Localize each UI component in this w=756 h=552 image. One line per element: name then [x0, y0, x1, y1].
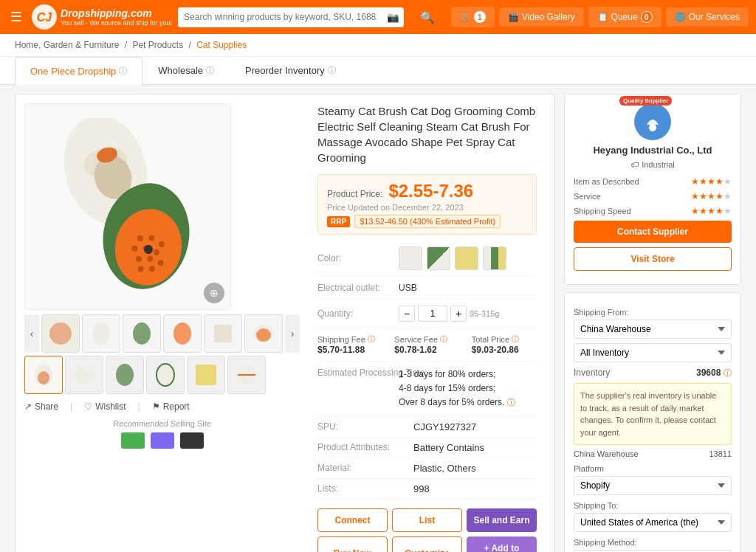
quantity-increase-button[interactable]: +: [450, 306, 467, 322]
quantity-label: Quantity:: [317, 308, 391, 319]
queue-label: Queue: [611, 12, 638, 22]
tab-one-piece-help-icon[interactable]: ⓘ: [119, 66, 127, 77]
shipping-fee-info-icon[interactable]: ⓘ: [368, 334, 375, 345]
add-to-queue-button[interactable]: + Add to Queue: [467, 537, 537, 552]
list-button[interactable]: List: [392, 508, 462, 532]
tab-one-piece[interactable]: One Piece Dropship ⓘ: [15, 57, 142, 85]
svg-point-21: [92, 322, 110, 345]
thumbnail-b4[interactable]: [146, 356, 185, 394]
svg-rect-32: [196, 365, 216, 385]
site-icon-amazon[interactable]: [180, 432, 204, 449]
thumbnail-active-1[interactable]: [24, 356, 63, 394]
thumbnail-b2[interactable]: [65, 356, 103, 394]
total-price-label: Total Price: [472, 335, 509, 344]
zoom-icon[interactable]: ⊕: [204, 283, 224, 303]
service-fee-info-icon[interactable]: ⓘ: [440, 334, 447, 345]
color-swatch-yellow[interactable]: [455, 246, 478, 270]
tag-icon: 🏷: [630, 160, 639, 169]
product-illustration: [39, 118, 216, 295]
report-button[interactable]: ⚑ Report: [152, 401, 190, 412]
logo-icon: CJ: [31, 4, 58, 30]
color-swatch-green[interactable]: [427, 246, 450, 270]
quantity-decrease-button[interactable]: −: [399, 306, 415, 322]
spu-row: SPU: CJGY1927327: [317, 417, 537, 438]
thumbnail-6[interactable]: [244, 314, 283, 353]
buy-now-button[interactable]: Buy Now: [317, 537, 388, 552]
item-described-stars: ★★★★★: [691, 176, 732, 187]
shipping-from-select[interactable]: China Warehouse: [574, 320, 732, 339]
menu-button[interactable]: ☰: [7, 6, 25, 28]
site-icon-ebay[interactable]: [151, 432, 174, 449]
service-fee: Service Fee ⓘ $0.78-1.62: [394, 334, 459, 355]
queue-button[interactable]: 📋 Queue 0: [588, 7, 662, 27]
video-gallery-button[interactable]: 🎬 Video Gallery: [499, 7, 584, 27]
material-value: Plastic, Others: [413, 463, 476, 474]
platform-select[interactable]: Shopify: [574, 476, 732, 495]
inventory-warning: The supplier's real inventory is unable …: [574, 383, 732, 445]
connect-button[interactable]: Connect: [317, 508, 388, 532]
spu-value: CJGY1927327: [413, 421, 476, 432]
tab-wholesale-label: Wholesale: [158, 65, 203, 76]
camera-search-button[interactable]: 📷: [382, 7, 404, 27]
item-described-rating: Item as Described ★★★★★: [574, 176, 732, 187]
processing-info-icon[interactable]: ⓘ: [507, 396, 515, 410]
inventory-info-icon[interactable]: ⓘ: [724, 368, 732, 377]
logo-tagline: You sell - We source and ship for you!: [61, 19, 172, 27]
tab-wholesale-help-icon[interactable]: ⓘ: [206, 65, 214, 76]
thumbnail-b3[interactable]: [106, 356, 144, 394]
shipping-from-label: Shipping From:: [574, 308, 732, 317]
search-input[interactable]: [178, 7, 382, 27]
share-button[interactable]: ↗ Share: [24, 401, 58, 412]
breadcrumb-pet[interactable]: Pet Products: [132, 40, 183, 50]
thumbnail-4[interactable]: [163, 314, 202, 353]
search-button[interactable]: 🔍: [410, 4, 445, 30]
supplier-type: 🏷 Industrial: [630, 160, 675, 169]
quality-supplier-badge: Quality Supplier: [619, 96, 672, 106]
site-icon-shopify[interactable]: [121, 432, 145, 449]
logo-text: Dropshipping.com: [61, 7, 172, 19]
thumbnail-1[interactable]: [41, 314, 80, 353]
wishlist-button[interactable]: ♡ Wishlist: [84, 401, 126, 412]
processing-time-row: Estimated Processing Time: 1-3 days for …: [317, 362, 537, 417]
tab-preorder[interactable]: Preorder Inventory ⓘ: [230, 57, 351, 84]
cart-button[interactable]: 🛒 1: [451, 7, 495, 27]
breadcrumb-home[interactable]: Home, Garden & Furniture: [15, 40, 119, 50]
sell-earn-button[interactable]: Sell and Earn: [467, 508, 537, 532]
inventory-filter-select[interactable]: All Inventory: [574, 343, 732, 362]
shipping-to-select[interactable]: United States of America (the): [574, 513, 732, 532]
our-services-button[interactable]: 🌐 Our Services: [666, 7, 749, 27]
shipping-to-label: Shipping To:: [574, 501, 732, 510]
logo: CJ Dropshipping.com You sell - We source…: [31, 4, 172, 30]
quantity-note: 95-315g: [470, 309, 499, 318]
thumbnail-b6[interactable]: [227, 356, 266, 394]
china-warehouse-row: China Warehouse 13811: [574, 449, 732, 458]
tab-preorder-help-icon[interactable]: ⓘ: [328, 65, 336, 76]
electrical-row: Electrical outlet: USB: [317, 277, 537, 300]
thumbnail-2[interactable]: [82, 314, 120, 353]
product-images-column: ⊕ ‹: [24, 103, 300, 552]
total-price: Total Price ⓘ $9.03-20.86: [472, 334, 537, 355]
thumbnail-b5[interactable]: [187, 356, 225, 394]
total-price-info-icon[interactable]: ⓘ: [512, 334, 519, 345]
thumbnail-3[interactable]: [123, 314, 161, 353]
product-attributes-label: Product Attributes:: [317, 442, 406, 453]
tab-wholesale[interactable]: Wholesale ⓘ: [142, 57, 230, 84]
supplier-name: Heyang Industrial Co., Ltd: [593, 145, 712, 156]
thumb-prev-button[interactable]: ‹: [24, 314, 39, 353]
attributes-row: Product Attributes: Battery Contains: [317, 438, 537, 458]
quantity-input[interactable]: [418, 306, 447, 322]
fee-row: Shipping Fee ⓘ $5.70-11.88 Service Fee ⓘ…: [317, 328, 537, 362]
spu-label: SPU:: [317, 421, 406, 432]
platform-label: Platform: [574, 464, 732, 473]
visit-store-button[interactable]: Visit Store: [574, 247, 732, 271]
color-swatch-multi[interactable]: [483, 246, 506, 270]
thumbnail-5[interactable]: [204, 314, 242, 353]
breadcrumb-sep1: /: [125, 40, 127, 50]
customize-button[interactable]: Customize: [392, 537, 462, 552]
thumb-next-button[interactable]: ›: [285, 314, 300, 353]
cart-count: 1: [474, 11, 486, 23]
color-swatch-beige[interactable]: [399, 246, 422, 270]
contact-supplier-button[interactable]: Contact Supplier: [574, 221, 732, 243]
total-price-value: $9.03-20.86: [472, 345, 537, 355]
material-label: Material:: [317, 463, 406, 474]
